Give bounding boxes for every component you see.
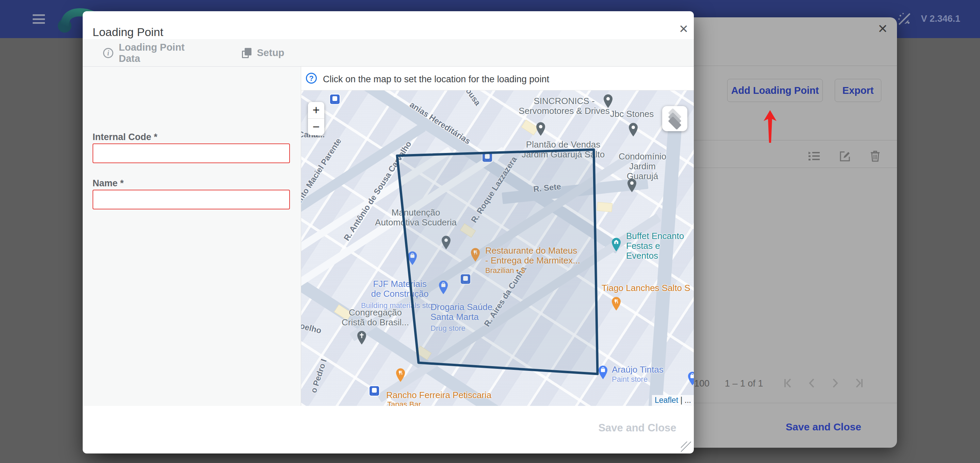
tab-label: Loading Point Data: [119, 42, 208, 64]
last-page-icon[interactable]: [853, 376, 866, 390]
map-zoom-control: + −: [308, 102, 324, 135]
modal-title: Loading Point: [92, 25, 163, 39]
internal-code-label: Internal Code *: [92, 132, 158, 143]
info-icon: i: [103, 48, 113, 58]
map-label: Manutenção Automotiva Scuderia: [375, 208, 457, 227]
bag-map-pin: [598, 365, 608, 381]
add-loading-point-button[interactable]: Add Loading Point: [727, 79, 823, 102]
bag-map-pin: [687, 371, 694, 387]
map-label: Buffet Encanto Festas e Eventos: [626, 231, 694, 261]
first-page-icon[interactable]: [781, 376, 795, 390]
page-range-label: 1 – 1 of 1: [725, 378, 763, 389]
map-label: Paint store: [612, 375, 648, 384]
event-map-pin: [611, 237, 622, 254]
next-page-icon[interactable]: [829, 376, 842, 390]
map-label: oelho: [301, 321, 322, 336]
food-map-pin: [395, 368, 406, 384]
map-label: FJF Materiais de Construção: [371, 279, 428, 299]
dot-map-pin: [627, 178, 637, 195]
map-label: Tiago Lanches Salto S: [601, 283, 690, 293]
bag-map-pin: [407, 251, 418, 267]
transit-station-icon: [482, 152, 493, 162]
close-icon[interactable]: ✕: [875, 21, 890, 36]
map-hint-text: Click on the map to set the location for…: [323, 74, 549, 85]
tab-label: Setup: [257, 47, 285, 59]
map-label: Brazilian • $: [485, 266, 525, 275]
map-label: Jbc Stones: [610, 109, 654, 119]
tab-setup[interactable]: Setup: [232, 39, 301, 67]
items-per-page-value[interactable]: 100: [694, 378, 710, 389]
dot-map-pin: [535, 122, 546, 138]
transit-station-icon: [369, 385, 380, 396]
dot-map-pin: [441, 235, 452, 252]
map-label: Restaurante do Mateus - Entrega de Marmi…: [485, 246, 580, 265]
layers-control[interactable]: [662, 106, 687, 131]
map-label: Plantão de Vendas Jardim Guarujá Salto: [522, 140, 605, 159]
export-button[interactable]: Export: [835, 79, 881, 102]
map-attribution: Leaflet | ...: [652, 395, 694, 406]
tab-bar: i Loading Point Data Setup: [83, 39, 694, 67]
building: [597, 202, 612, 212]
list-icon[interactable]: [807, 149, 821, 163]
resize-handle[interactable]: [681, 442, 691, 452]
map-label: Drogaria Saúde Santa Marta: [430, 302, 492, 322]
dot-map-pin: [603, 94, 614, 110]
map-hint-row: ? Click on the map to set the location f…: [301, 67, 694, 90]
tab-loading-point-data[interactable]: i Loading Point Data: [94, 39, 208, 67]
form-panel: Internal Code * Name *: [83, 67, 301, 406]
trash-icon[interactable]: [869, 149, 882, 163]
map-label: Drug store: [430, 324, 466, 333]
name-field[interactable]: [92, 190, 290, 209]
transit-station-icon: [460, 274, 471, 285]
dot-map-pin: [628, 122, 639, 139]
map-label: Condomínio Jardim Guarujá: [617, 152, 668, 181]
close-icon[interactable]: ✕: [675, 21, 692, 37]
map-label: ousa: [464, 90, 482, 108]
map-label: Rancho Ferreira Petiscaria: [386, 390, 492, 400]
map-label: Building materials store: [361, 301, 439, 310]
building: [460, 224, 476, 238]
setup-icon: [242, 48, 251, 58]
zoom-out-button[interactable]: −: [308, 119, 324, 135]
theme-toggle-icon[interactable]: [897, 11, 912, 27]
map-label: o Pedro I: [309, 358, 328, 394]
edit-icon[interactable]: [838, 149, 851, 163]
food-map-pin: [470, 247, 481, 264]
map-label: Congregação Cristã do Brasil...: [342, 308, 409, 327]
save-and-close-button-disabled[interactable]: Save and Close: [586, 422, 688, 434]
name-label: Name *: [92, 178, 124, 189]
zoom-in-button[interactable]: +: [308, 102, 324, 119]
previous-page-icon[interactable]: [805, 376, 818, 390]
app-version: V 2.346.1: [921, 14, 960, 24]
save-and-close-button[interactable]: Save and Close: [772, 421, 875, 433]
map-label: SINCRONICS - Servomotores & Drives: [519, 96, 609, 116]
map-canvas[interactable]: ousaanias HereditáriasCanã...R. Bento Ma…: [301, 90, 694, 406]
annotation-arrow: [762, 109, 778, 143]
leaflet-link[interactable]: Leaflet: [655, 396, 678, 404]
internal-code-field[interactable]: [92, 143, 290, 163]
paginator: 100 1 – 1 of 1: [681, 374, 885, 393]
loading-point-modal: Loading Point ✕ i Loading Point Data Set…: [83, 11, 694, 453]
help-icon: ?: [306, 73, 317, 84]
food-map-pin: [611, 297, 622, 313]
map-label: Araújo Tintas: [612, 365, 663, 374]
bag-map-pin: [438, 280, 449, 297]
menu-icon[interactable]: [33, 14, 45, 24]
map-label: Tapas Bar: [387, 400, 421, 406]
transit-station-icon: [329, 94, 340, 105]
church-map-pin: [356, 330, 367, 347]
